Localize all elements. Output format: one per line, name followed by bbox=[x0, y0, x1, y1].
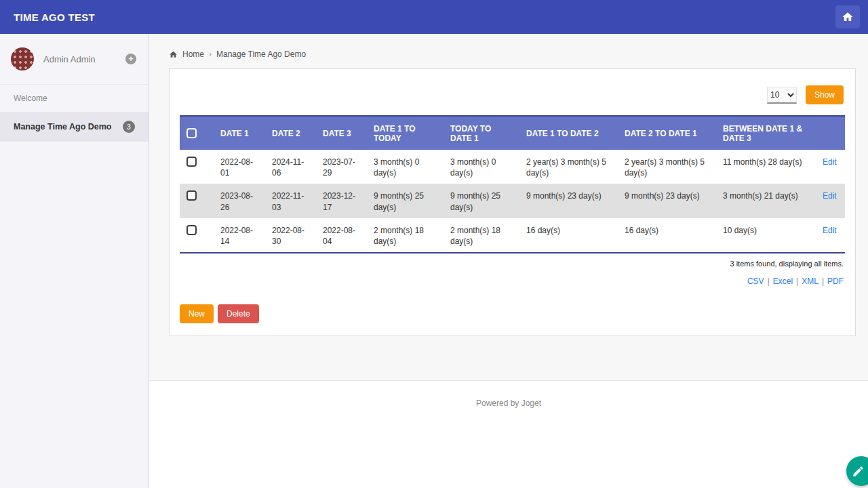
page-footer: Powered by Joget bbox=[149, 380, 868, 488]
count-badge: 3 bbox=[123, 121, 135, 133]
column-header[interactable]: DATE 1 bbox=[214, 116, 265, 150]
datalist-panel: 10 Show DATE 1DATE 2DATE 3DATE 1 TO TODA… bbox=[169, 68, 856, 336]
column-header[interactable]: BETWEEN DATE 1 & DATE 3 bbox=[716, 116, 816, 150]
cell: 9 month(s) 25 day(s) bbox=[443, 184, 519, 218]
cell: 2023-12-17 bbox=[316, 184, 367, 218]
cell: 9 month(s) 23 day(s) bbox=[618, 184, 716, 218]
edit-link[interactable]: Edit bbox=[823, 157, 837, 167]
avatar[interactable] bbox=[11, 47, 34, 70]
content-area: Home › Manage Time Ago Demo 10 Show bbox=[149, 34, 868, 380]
column-header[interactable]: DATE 2 bbox=[265, 116, 316, 150]
sidebar-item-manage-time-ago-demo[interactable]: Manage Time Ago Demo3 bbox=[0, 112, 149, 142]
home-button[interactable] bbox=[835, 5, 860, 28]
top-bar: TIME AGO TEST bbox=[0, 0, 868, 34]
column-header[interactable]: DATE 1 TO DATE 2 bbox=[519, 116, 618, 150]
sidebar-item-label: Welcome bbox=[14, 94, 47, 103]
cell: 2024-11-06 bbox=[265, 150, 316, 184]
export-excel-link[interactable]: Excel bbox=[773, 277, 793, 286]
cell: 2023-08-26 bbox=[214, 184, 265, 218]
list-toolbar: 10 Show bbox=[180, 85, 844, 104]
action-buttons: New Delete bbox=[180, 304, 845, 323]
cell: 3 month(s) 21 day(s) bbox=[716, 184, 816, 218]
cell: 2022-08-04 bbox=[316, 218, 367, 253]
cell: 16 day(s) bbox=[618, 218, 716, 253]
data-table: DATE 1DATE 2DATE 3DATE 1 TO TODAYTODAY T… bbox=[180, 115, 845, 253]
main-area: Home › Manage Time Ago Demo 10 Show bbox=[149, 34, 868, 488]
table-header-row: DATE 1DATE 2DATE 3DATE 1 TO TODAYTODAY T… bbox=[180, 116, 845, 150]
cell: 2022-08-30 bbox=[265, 218, 316, 253]
page-size-select[interactable]: 10 bbox=[767, 87, 797, 104]
export-pdf-link[interactable]: PDF bbox=[827, 277, 844, 286]
cell: 16 day(s) bbox=[519, 218, 618, 253]
list-info: 3 items found, displaying all items. bbox=[180, 260, 845, 268]
show-button[interactable]: Show bbox=[806, 85, 844, 104]
row-checkbox[interactable] bbox=[186, 190, 197, 201]
cell: 3 month(s) 0 day(s) bbox=[367, 150, 443, 184]
export-separator: | bbox=[768, 277, 770, 286]
powered-by-text: Powered by Joget bbox=[476, 399, 541, 408]
row-checkbox[interactable] bbox=[186, 157, 197, 167]
export-links: CSV|Excel|XML|PDF bbox=[180, 277, 845, 286]
table-row: 2022-08-142022-08-302022-08-042 month(s)… bbox=[180, 218, 845, 253]
action-column-header bbox=[816, 116, 845, 150]
export-csv-link[interactable]: CSV bbox=[747, 277, 764, 286]
pencil-icon bbox=[852, 465, 865, 478]
select-all-header bbox=[180, 116, 214, 150]
breadcrumb: Home › Manage Time Ago Demo bbox=[149, 34, 868, 59]
sidebar: Admin Admin + WelcomeManage Time Ago Dem… bbox=[0, 34, 149, 488]
cell: 9 month(s) 25 day(s) bbox=[367, 184, 443, 218]
cell: 2 year(s) 3 month(s) 5 day(s) bbox=[519, 150, 618, 184]
user-name: Admin Admin bbox=[43, 54, 125, 64]
breadcrumb-home-icon bbox=[169, 50, 178, 59]
cell: 2022-11-03 bbox=[265, 184, 316, 218]
breadcrumb-separator: › bbox=[209, 49, 212, 59]
cell: 2 month(s) 18 day(s) bbox=[367, 218, 443, 253]
cell: 3 month(s) 0 day(s) bbox=[443, 150, 519, 184]
cell: 9 month(s) 23 day(s) bbox=[519, 184, 618, 218]
delete-button[interactable]: Delete bbox=[218, 304, 259, 323]
export-xml-link[interactable]: XML bbox=[802, 277, 818, 286]
column-header[interactable]: DATE 3 bbox=[316, 116, 367, 150]
profile-section: Admin Admin + bbox=[0, 34, 149, 85]
table-row: 2022-08-012024-11-062023-07-293 month(s)… bbox=[180, 150, 845, 184]
row-checkbox[interactable] bbox=[186, 225, 197, 235]
cell: 2022-08-01 bbox=[214, 150, 265, 184]
breadcrumb-current: Manage Time Ago Demo bbox=[216, 49, 306, 59]
cell: 2 month(s) 18 day(s) bbox=[443, 218, 519, 253]
cell: 11 month(s) 28 day(s) bbox=[716, 150, 816, 184]
column-header[interactable]: DATE 1 TO TODAY bbox=[367, 116, 443, 150]
select-all-checkbox[interactable] bbox=[186, 128, 197, 138]
expand-plus-icon[interactable]: + bbox=[125, 54, 136, 64]
export-separator: | bbox=[822, 277, 824, 286]
new-button[interactable]: New bbox=[180, 304, 214, 323]
table-row: 2023-08-262022-11-032023-12-179 month(s)… bbox=[180, 184, 845, 218]
column-header[interactable]: DATE 2 TO DATE 1 bbox=[618, 116, 716, 150]
edit-link[interactable]: Edit bbox=[823, 191, 837, 201]
home-icon bbox=[842, 11, 854, 23]
column-header[interactable]: TODAY TO DATE 1 bbox=[443, 116, 519, 150]
cell: 10 day(s) bbox=[716, 218, 816, 253]
cell: 2022-08-14 bbox=[214, 218, 265, 253]
app-title: TIME AGO TEST bbox=[14, 12, 95, 23]
sidebar-item-welcome[interactable]: Welcome bbox=[0, 85, 149, 112]
export-separator: | bbox=[796, 277, 798, 286]
cell: 2023-07-29 bbox=[316, 150, 367, 184]
breadcrumb-home-link[interactable]: Home bbox=[182, 49, 204, 59]
sidebar-menu: WelcomeManage Time Ago Demo3 bbox=[0, 85, 149, 142]
sidebar-item-label: Manage Time Ago Demo bbox=[14, 122, 111, 131]
cell: 2 year(s) 3 month(s) 5 day(s) bbox=[618, 150, 716, 184]
edit-link[interactable]: Edit bbox=[823, 226, 837, 235]
